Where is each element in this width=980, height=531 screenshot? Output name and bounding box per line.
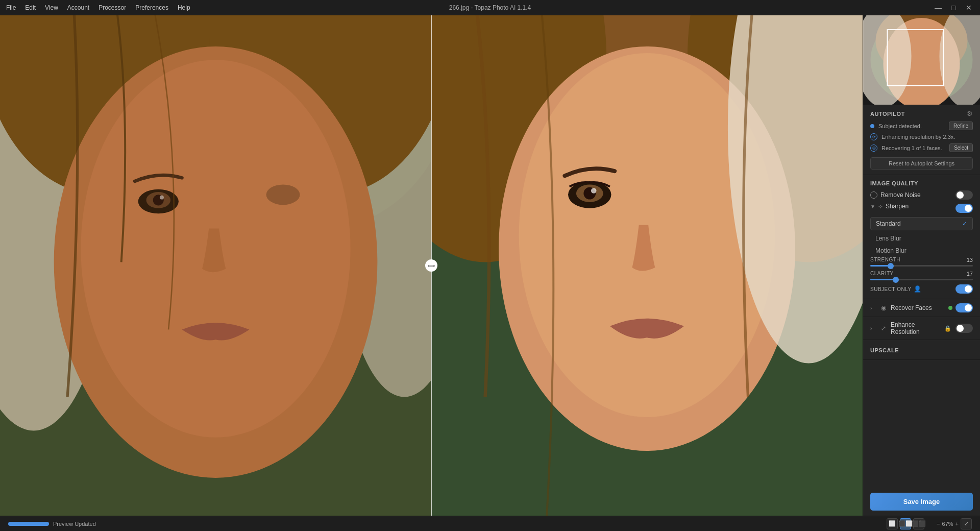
main-content: ⟺ AUTOPILOT ⚙ <box>0 15 980 516</box>
menu-account[interactable]: Account <box>67 4 89 11</box>
save-section: Save Image <box>863 488 980 516</box>
enhancing-text: Enhancing resolution by 2.3x. <box>881 134 955 140</box>
menu-file[interactable]: File <box>6 4 16 11</box>
panel-scroll[interactable]: AUTOPILOT ⚙ Subject detected. Refine ⟳ E… <box>863 105 980 488</box>
remove-noise-icon <box>870 191 877 199</box>
image-quality-title: IMAGE QUALITY <box>870 180 973 186</box>
autopilot-section: AUTOPILOT ⚙ Subject detected. Refine ⟳ E… <box>863 105 980 175</box>
view-split-button[interactable]: ⬛⬜ <box>900 518 911 529</box>
enhance-icon: ⟳ <box>870 133 877 140</box>
enhance-res-chevron-icon[interactable]: › <box>870 326 876 331</box>
enhance-resolution-toggle[interactable] <box>955 324 973 333</box>
image-after <box>431 15 863 516</box>
lock-icon: 🔒 <box>944 325 951 332</box>
menu-preferences[interactable]: Preferences <box>135 4 168 11</box>
split-handle[interactable]: ⟺ <box>425 259 437 272</box>
titlebar: File Edit View Account Processor Prefere… <box>0 0 980 15</box>
remove-noise-label-group: Remove Noise <box>870 191 921 199</box>
enhance-resolution-label: Enhance Resolution <box>891 321 941 335</box>
menu-processor[interactable]: Processor <box>99 4 126 11</box>
upscale-section: UPSCALE <box>863 340 980 360</box>
minimize-button[interactable]: — <box>933 4 943 12</box>
sharpen-toggle[interactable] <box>955 204 973 213</box>
clarity-value: 17 <box>967 271 973 277</box>
subject-detected-text: Subject detected. <box>878 123 922 129</box>
recover-faces-toggle[interactable] <box>955 303 973 312</box>
autopilot-recover-row: ◎ Recovering 1 of 1 faces. Select <box>870 143 973 152</box>
motion-blur-option[interactable]: Motion Blur <box>870 245 973 257</box>
strength-header: STRENGTH 13 <box>870 257 973 263</box>
select-button[interactable]: Select <box>949 143 973 152</box>
recover-faces-active-dot <box>948 306 952 310</box>
clarity-label: CLARITY <box>870 271 894 277</box>
clarity-track[interactable] <box>870 279 973 280</box>
svg-rect-15 <box>0 15 431 516</box>
thumbnail-area <box>863 15 980 105</box>
right-panel: AUTOPILOT ⚙ Subject detected. Refine ⟳ E… <box>863 15 980 516</box>
recover-faces-row: › ◉ Recover Faces <box>863 299 980 317</box>
recovering-text: Recovering 1 of 1 faces. <box>881 145 942 151</box>
subject-dot-icon <box>870 124 874 128</box>
sharpen-label: Sharpen <box>886 203 909 210</box>
clarity-fill <box>870 279 896 280</box>
clarity-header: CLARITY 17 <box>870 271 973 277</box>
sharpen-wand-icon: ⟡ <box>878 203 883 210</box>
recover-icon: ◎ <box>870 144 877 152</box>
zoom-out-button[interactable]: − <box>937 521 940 527</box>
preview-label: Preview Updated <box>53 521 96 527</box>
preview-progress-bar <box>8 522 49 526</box>
sharpen-label-group: ▼ ⟡ Sharpen <box>870 203 909 210</box>
menu-help[interactable]: Help <box>178 4 190 11</box>
menu-view[interactable]: View <box>45 4 58 11</box>
recover-faces-label: Recover Faces <box>891 304 945 311</box>
enhance-resolution-row: › ⤢ Enhance Resolution 🔒 <box>863 317 980 340</box>
refine-button[interactable]: Refine <box>949 122 973 130</box>
window-title: 266.jpg - Topaz Photo AI 1.1.4 <box>449 4 531 11</box>
reset-autopilot-button[interactable]: Reset to Autopilot Settings <box>870 157 973 170</box>
zoom-level: 67% <box>942 521 953 527</box>
sharpen-header-row: ▼ ⟡ Sharpen <box>870 203 973 214</box>
window-controls: — □ ✕ <box>933 4 974 12</box>
sharpen-mode-dropdown[interactable]: Standard ✓ <box>870 217 973 230</box>
menu-edit[interactable]: Edit <box>25 4 36 11</box>
zoom-in-button[interactable]: + <box>955 521 959 527</box>
recover-faces-knob <box>965 304 972 311</box>
autopilot-header: AUTOPILOT ⚙ <box>870 110 973 117</box>
strength-track[interactable] <box>870 265 973 267</box>
remove-noise-toggle[interactable] <box>955 190 973 200</box>
autopilot-subject-row: Subject detected. Refine <box>870 122 973 130</box>
sharpen-chevron-icon[interactable]: ▼ <box>870 204 875 209</box>
image-area[interactable]: ⟺ <box>0 15 863 516</box>
before-svg <box>0 15 431 516</box>
svg-rect-28 <box>431 15 863 516</box>
view-side-button[interactable]: ⬛⬛ <box>913 518 924 529</box>
recover-faces-icon: ◉ <box>879 304 888 312</box>
fit-view-button[interactable]: ⤢ <box>961 518 972 529</box>
upscale-title: UPSCALE <box>870 347 899 353</box>
strength-thumb[interactable] <box>888 263 894 269</box>
autopilot-gear-icon[interactable]: ⚙ <box>967 110 973 117</box>
after-svg <box>431 15 863 516</box>
subject-only-label-group: SUBJECT ONLY 👤 <box>870 285 921 293</box>
close-button[interactable]: ✕ <box>964 4 974 12</box>
view-single-button[interactable]: ⬜ <box>887 518 898 529</box>
subject-only-toggle[interactable] <box>955 284 973 294</box>
sharpen-mode-label: Standard <box>876 220 901 227</box>
enhance-res-icon: ⤢ <box>879 324 888 332</box>
strength-label: STRENGTH <box>870 257 900 263</box>
save-image-button[interactable]: Save Image <box>870 493 973 511</box>
bottom-bar: Preview Updated ⬜ ⬛⬜ ⬛⬛ − 67% + ⤢ <box>0 516 980 531</box>
clarity-thumb[interactable] <box>893 277 899 283</box>
check-icon: ✓ <box>962 220 967 227</box>
remove-noise-row: Remove Noise <box>870 190 973 200</box>
maximize-button[interactable]: □ <box>948 4 959 12</box>
subject-only-knob <box>965 285 972 293</box>
sharpen-section: ▼ ⟡ Sharpen Standard ✓ Lens Blur <box>870 203 973 294</box>
menu-bar: File Edit View Account Processor Prefere… <box>6 4 190 11</box>
recover-faces-chevron-icon[interactable]: › <box>870 305 876 311</box>
bottom-controls: ⬜ ⬛⬜ ⬛⬛ − 67% + ⤢ <box>887 518 972 529</box>
strength-value: 13 <box>967 257 973 263</box>
lens-blur-option[interactable]: Lens Blur <box>870 232 973 245</box>
subject-only-row: SUBJECT ONLY 👤 <box>870 284 973 294</box>
remove-noise-label: Remove Noise <box>880 191 921 199</box>
